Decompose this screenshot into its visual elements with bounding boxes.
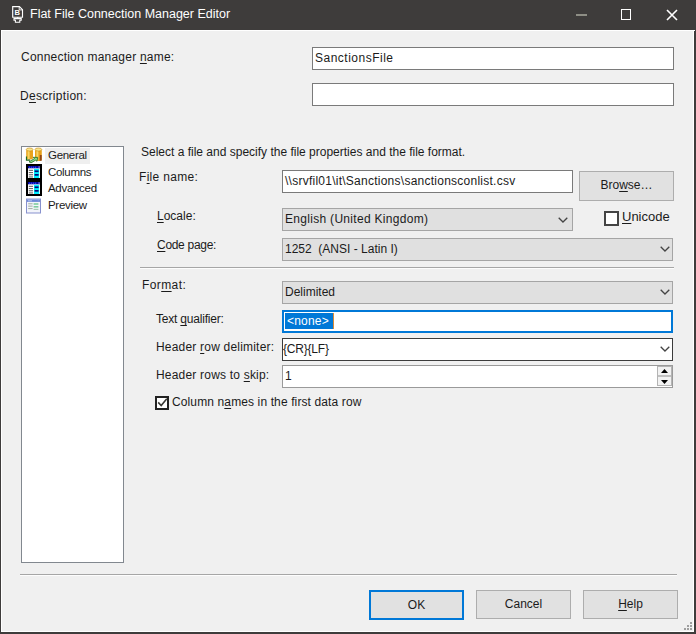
svg-text:B: B	[15, 8, 21, 17]
